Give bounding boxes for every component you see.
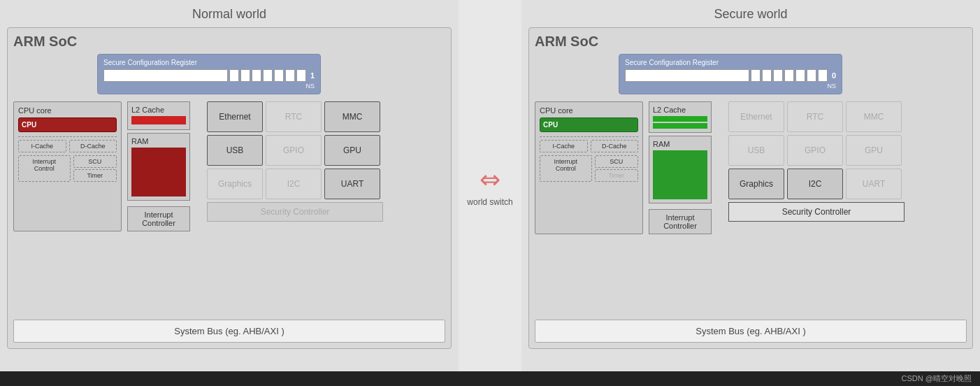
normal-peri-ethernet: Ethernet — [207, 101, 263, 132]
normal-scr-value: 1 — [310, 71, 315, 80]
secure-cpu-core-label: CPU core — [540, 106, 638, 115]
secure-scr-cell-6 — [807, 69, 816, 82]
secure-world-title: Secure world — [528, 7, 973, 22]
secure-scr-cell-5 — [795, 69, 805, 82]
normal-scr-box: Secure Configuration Register 1 NS — [97, 54, 321, 94]
secure-memory-col: L2 Cache RAM InterruptController — [649, 101, 712, 234]
secure-scr-ns: NS — [625, 83, 836, 90]
normal-l2-cache-box: L2 Cache — [127, 101, 190, 130]
secure-peri-gpio: GPIO — [787, 135, 843, 166]
normal-cpu-core-box: CPU core CPU I-Cache D-Cache Interrupt C… — [13, 101, 122, 231]
secure-peri-i2c: I2C — [787, 169, 843, 199]
normal-scr-wide-cell — [103, 69, 228, 82]
secure-cache-row: I-Cache D-Cache — [540, 140, 638, 152]
secure-scr-wide-cell — [625, 69, 749, 82]
normal-icache: I-Cache — [18, 140, 66, 152]
secure-interrupt-ctrl-box: InterruptController — [649, 209, 712, 234]
normal-scr-register: 1 — [103, 69, 315, 82]
normal-interrupt-ctrl-box: InterruptController — [127, 206, 190, 231]
normal-peri-graphics: Graphics — [207, 169, 263, 199]
world-switch-arrow: ⇔ — [480, 165, 500, 194]
normal-cache-row: I-Cache D-Cache — [18, 140, 117, 152]
secure-ram-label: RAM — [653, 140, 707, 148]
normal-peri-uart: UART — [324, 169, 380, 199]
secure-peri-uart: UART — [846, 169, 902, 199]
secure-timer: Timer — [595, 169, 639, 182]
secure-peri-graphics: Graphics — [728, 169, 784, 199]
normal-timer: Timer — [73, 169, 117, 182]
secure-interrupt-ctrl-label: InterruptController — [653, 213, 707, 230]
secure-scr-cell-7 — [818, 69, 828, 82]
secure-world-panel: Secure world ARM SoC Secure Configuratio… — [521, 0, 980, 371]
normal-peri-gpio: GPIO — [266, 135, 322, 166]
normal-peri-rtc: RTC — [266, 101, 322, 132]
normal-interrupt-row: Interrupt Control SCU Timer — [18, 155, 117, 182]
secure-cpu-label: CPU — [543, 121, 635, 129]
secure-scr-cell-4 — [784, 69, 794, 82]
normal-world-title: Normal world — [7, 7, 452, 22]
secure-scr-cell-1 — [751, 69, 761, 82]
normal-soc-box: ARM SoC Secure Configuration Register 1 … — [7, 27, 452, 349]
normal-peri-usb: USB — [207, 135, 263, 166]
secure-soc-label: ARM SoC — [535, 34, 967, 50]
secure-cpu-core-box: CPU core CPU I-Cache D-Cache Interrupt C… — [535, 101, 643, 234]
normal-scr-cell-3 — [252, 69, 261, 82]
normal-peri-gpu: GPU — [324, 135, 380, 166]
secure-interrupt-row: Interrupt Control SCU Timer — [540, 155, 638, 182]
normal-peri-i2c: I2C — [266, 169, 322, 199]
normal-security-ctrl-row: Security Controller — [207, 202, 383, 222]
world-switch-label: world switch — [467, 197, 512, 207]
secure-peri-rtc: RTC — [787, 101, 843, 132]
secure-main-content: CPU core CPU I-Cache D-Cache Interrupt C… — [535, 101, 967, 234]
secure-security-ctrl-row: Security Controller — [728, 202, 905, 222]
secure-soc-box: ARM SoC Secure Configuration Register 0 … — [528, 27, 973, 349]
normal-main-content: CPU core CPU I-Cache D-Cache Interrupt C… — [13, 101, 445, 231]
secure-l2-label: L2 Cache — [653, 106, 707, 114]
normal-scr-cell-2 — [240, 69, 250, 82]
footer-credit: CSDN @晴空对晚照 — [902, 374, 972, 383]
world-switch-area: ⇔ world switch — [459, 0, 521, 371]
normal-system-bus: System Bus (eg. AHB/AXI ) — [13, 320, 445, 343]
normal-peripheral-section: Ethernet RTC MMC USB GPIO GPU Graphics I… — [201, 101, 383, 231]
secure-scr-box: Secure Configuration Register 0 NS — [619, 54, 842, 94]
secure-peri-mmc: MMC — [846, 101, 902, 132]
normal-peripheral-grid: Ethernet RTC MMC USB GPIO GPU Graphics I… — [207, 101, 383, 199]
normal-scu: SCU — [73, 155, 117, 168]
secure-scu: SCU — [595, 155, 639, 168]
secure-peri-ethernet: Ethernet — [728, 101, 784, 132]
secure-dcache: D-Cache — [591, 140, 639, 152]
normal-cpu-label: CPU — [22, 121, 113, 129]
normal-scr-cell-7 — [296, 69, 306, 82]
secure-scr-cell-2 — [762, 69, 772, 82]
secure-peripheral-section: Ethernet RTC MMC USB GPIO GPU Graphics I… — [723, 101, 905, 234]
normal-interrupt-ctrl-label: InterruptController — [131, 210, 186, 227]
normal-ram-box: RAM — [127, 133, 190, 201]
normal-peri-mmc: MMC — [324, 101, 380, 132]
normal-ram-label: RAM — [131, 137, 186, 145]
normal-interrupt-ctrl: Interrupt Control — [18, 155, 71, 182]
secure-peri-gpu: GPU — [846, 135, 902, 166]
normal-scr-cell-5 — [274, 69, 284, 82]
normal-scr-title: Secure Configuration Register — [103, 59, 315, 66]
normal-l2-bar — [131, 116, 186, 124]
secure-scr-title: Secure Configuration Register — [625, 59, 836, 66]
secure-icache: I-Cache — [540, 140, 588, 152]
normal-scr-cell-6 — [285, 69, 295, 82]
secure-cpu-chip: CPU — [540, 117, 638, 132]
bottom-bar: CSDN @晴空对晚照 — [0, 371, 980, 386]
normal-scr-cell-1 — [229, 69, 239, 82]
normal-scr-ns: NS — [103, 83, 315, 90]
main-container: Normal world ARM SoC Secure Configuratio… — [0, 0, 980, 371]
normal-soc-label: ARM SoC — [13, 34, 445, 50]
normal-dcache: D-Cache — [69, 140, 117, 152]
normal-cpu-core-label: CPU core — [18, 106, 117, 115]
normal-world-panel: Normal world ARM SoC Secure Configuratio… — [0, 0, 459, 371]
secure-scr-value: 0 — [832, 71, 836, 80]
secure-ram-fill — [653, 150, 707, 199]
secure-peri-usb: USB — [728, 135, 784, 166]
secure-system-bus: System Bus (eg. AHB/AXI ) — [535, 320, 967, 343]
secure-security-ctrl: Security Controller — [728, 202, 905, 222]
secure-scr-register: 0 — [625, 69, 836, 82]
secure-l2-bar-1 — [653, 116, 707, 122]
secure-scr-cell-3 — [773, 69, 783, 82]
